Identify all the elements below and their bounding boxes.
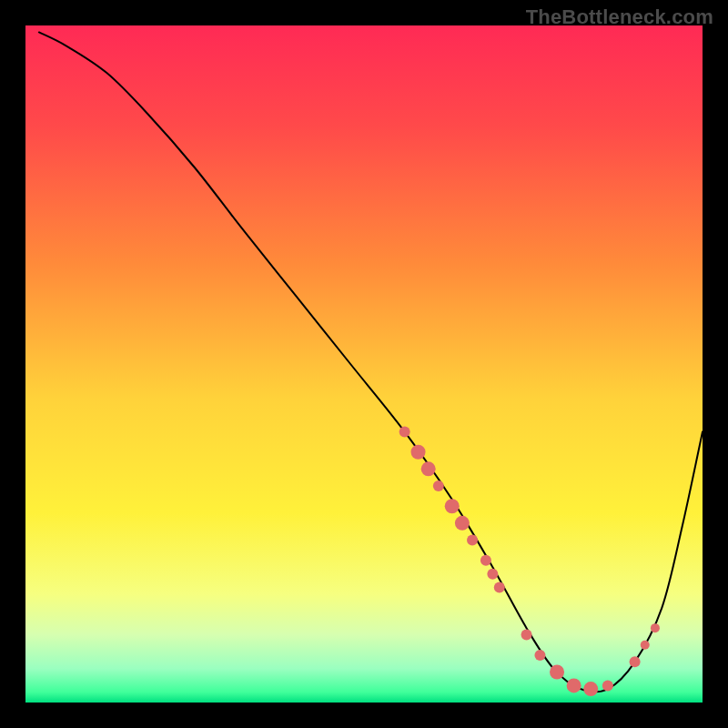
curve-marker — [651, 623, 660, 632]
curve-marker — [494, 582, 505, 593]
chart-svg — [25, 25, 703, 703]
curve-marker — [433, 480, 444, 491]
chart-stage: TheBottleneck.com — [0, 0, 728, 728]
curve-marker — [641, 641, 650, 650]
curve-marker — [421, 461, 436, 476]
plot-area — [25, 25, 703, 703]
curve-marker — [583, 682, 598, 696]
curve-marker — [455, 516, 470, 531]
curve-marker — [445, 499, 460, 513]
curve-marker — [467, 534, 478, 545]
curve-marker — [534, 650, 545, 661]
curve-marker — [521, 630, 532, 641]
curve-marker — [630, 656, 641, 667]
curve-marker — [480, 555, 491, 566]
curve-marker — [411, 445, 426, 460]
curve-marker — [550, 665, 564, 680]
curve-marker — [602, 680, 613, 691]
gradient-background — [25, 25, 703, 703]
curve-marker — [399, 426, 410, 437]
curve-marker — [567, 678, 581, 693]
curve-marker — [487, 569, 498, 580]
